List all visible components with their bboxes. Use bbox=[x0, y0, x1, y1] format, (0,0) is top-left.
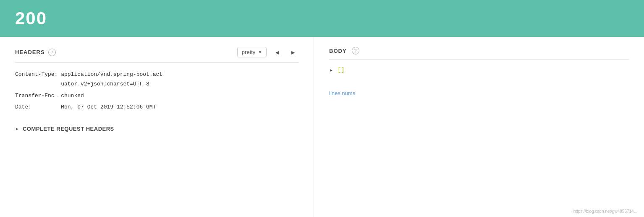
watermark: https://blog.csdn.net/gw4856714... bbox=[573, 209, 637, 214]
format-dropdown[interactable]: pretty ▼ bbox=[237, 47, 267, 57]
headers-help-icon[interactable]: ? bbox=[48, 49, 56, 56]
json-container: ► [] bbox=[329, 67, 629, 73]
json-value: [] bbox=[338, 67, 345, 73]
complete-request-headers[interactable]: ► COMPLETE REQUEST HEADERS bbox=[15, 126, 298, 132]
lines-nums-link[interactable]: lines nums bbox=[329, 90, 355, 96]
headers-title: HEADERS bbox=[15, 49, 45, 55]
json-expand-arrow[interactable]: ► bbox=[329, 68, 333, 72]
headers-content: Content-Type: application/vnd.spring-boo… bbox=[15, 70, 298, 112]
body-panel: BODY ? ► [] lines nums https://blog.csdn… bbox=[314, 37, 644, 217]
headers-panel: HEADERS ? pretty ▼ ◄ ► Content-Type: app… bbox=[0, 37, 314, 217]
header-name-content-type: Content-Type: application/vnd.spring-boo… bbox=[15, 71, 162, 78]
complete-request-label: COMPLETE REQUEST HEADERS bbox=[23, 126, 114, 132]
status-code: 200 bbox=[15, 8, 47, 28]
header-date: Date: Mon, 07 Oct 2019 12:52:06 GMT bbox=[15, 102, 298, 112]
main-content: HEADERS ? pretty ▼ ◄ ► Content-Type: app… bbox=[0, 37, 644, 217]
nav-right-arrow[interactable]: ► bbox=[288, 47, 298, 57]
body-panel-header: BODY ? bbox=[329, 47, 629, 60]
header-transfer-enc: Transfer-Enc… chunked bbox=[15, 91, 298, 101]
header-value-content-type: uator.v2+json;charset=UTF-8 bbox=[15, 81, 149, 87]
headers-panel-header: HEADERS ? pretty ▼ ◄ ► bbox=[15, 47, 298, 63]
body-title: BODY bbox=[329, 48, 347, 54]
format-dropdown-label: pretty bbox=[242, 49, 256, 55]
nav-left-arrow[interactable]: ◄ bbox=[272, 47, 283, 57]
header-name-transfer: Transfer-Enc… chunked bbox=[15, 93, 84, 99]
body-content: ► [] lines nums bbox=[329, 67, 629, 97]
chevron-down-icon: ▼ bbox=[258, 50, 262, 54]
status-bar: 200 bbox=[0, 0, 644, 37]
headers-title-row: HEADERS ? bbox=[15, 49, 56, 56]
header-content-type: Content-Type: application/vnd.spring-boo… bbox=[15, 70, 298, 89]
complete-request-arrow: ► bbox=[15, 127, 19, 131]
header-name-date: Date: Mon, 07 Oct 2019 12:52:06 GMT bbox=[15, 104, 156, 110]
body-help-icon[interactable]: ? bbox=[352, 47, 359, 54]
